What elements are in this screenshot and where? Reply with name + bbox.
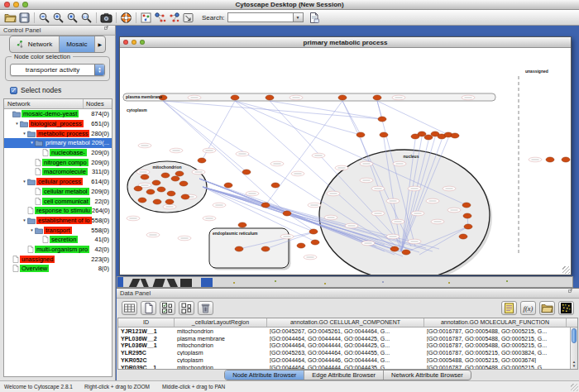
- network-node[interactable]: [266, 95, 274, 100]
- window-resize-grip[interactable]: [571, 384, 578, 391]
- network-node[interactable]: [283, 211, 291, 216]
- table-row[interactable]: YJR121W__1mitochondrion[GO:0045267, GO:0…: [118, 327, 577, 335]
- search-options-icon[interactable]: [307, 11, 321, 24]
- matrix-icon[interactable]: [558, 301, 574, 315]
- network-node[interactable]: [167, 191, 175, 196]
- import-folder-icon[interactable]: [539, 301, 555, 315]
- close-button[interactable]: [4, 2, 10, 7]
- network-node[interactable]: [198, 158, 206, 163]
- select-nodes-checkbox[interactable]: ✓: [10, 87, 17, 94]
- table-row[interactable]: YLR295Ccytoplasm[GO:0045263, GO:0044464,…: [118, 349, 577, 356]
- delete-attribute-icon[interactable]: [198, 301, 213, 315]
- network-node[interactable]: [459, 234, 467, 239]
- network-node[interactable]: [231, 95, 239, 100]
- network-node[interactable]: [261, 203, 270, 208]
- resize-grip[interactable]: [562, 266, 570, 274]
- network-node[interactable]: [373, 95, 381, 100]
- tree-row[interactable]: ▼primary metabol209(...: [4, 138, 112, 148]
- disclosure-triangle[interactable]: ▼: [29, 141, 35, 145]
- network-node[interactable]: [152, 180, 160, 185]
- column-header[interactable]: _cellularLayoutRegion: [175, 318, 267, 327]
- network-node[interactable]: [157, 187, 165, 192]
- zoom-out-icon[interactable]: [37, 11, 51, 24]
- network-node[interactable]: [153, 199, 161, 204]
- notes-icon[interactable]: [501, 301, 517, 315]
- close-icon[interactable]: [123, 40, 128, 45]
- node-color-dropdown[interactable]: transporter activity ▲▼: [10, 64, 105, 76]
- maximize-icon[interactable]: [140, 40, 145, 45]
- help-icon[interactable]: [119, 11, 133, 24]
- tree-row[interactable]: nucleobase-209(0): [4, 148, 112, 158]
- table-row[interactable]: YKR052Ccytoplasm[GO:0044464, GO:0044446,…: [118, 356, 577, 364]
- tree-row[interactable]: mosaic-demo-yeast874(0): [4, 109, 112, 119]
- network-node[interactable]: [165, 199, 174, 204]
- network-node[interactable]: [138, 198, 146, 203]
- tab-network[interactable]: Network: [10, 36, 60, 52]
- tree-row[interactable]: cellular metabol209(0): [4, 187, 112, 197]
- network-window-titlebar[interactable]: primary metabolic process: [120, 37, 571, 48]
- column-header[interactable]: annotation.GO CELLULAR_COMPONENT: [267, 318, 424, 327]
- network-node[interactable]: [146, 189, 155, 194]
- network-node[interactable]: [181, 194, 189, 199]
- tree-row[interactable]: response to stimulu264(0): [4, 206, 112, 216]
- tree-row[interactable]: Overview8(0): [4, 264, 112, 274]
- network-node[interactable]: [562, 157, 570, 162]
- network-node[interactable]: [224, 183, 232, 188]
- float-panel-icon[interactable]: [568, 289, 576, 298]
- network-node[interactable]: [175, 171, 184, 176]
- table-scrollbar[interactable]: ▲▼: [570, 327, 577, 369]
- zoom-button[interactable]: [22, 2, 28, 7]
- zoom-selected-icon[interactable]: [65, 11, 79, 24]
- network-node[interactable]: [171, 176, 179, 181]
- network-canvas[interactable]: plasma membranecytoplasmmitochondrionnuc…: [120, 48, 571, 275]
- tree-row[interactable]: ▼cellular process614(0): [4, 177, 112, 187]
- network-node[interactable]: [235, 246, 243, 251]
- tree-row[interactable]: secretion41(0): [4, 235, 112, 245]
- open-icon[interactable]: [3, 11, 17, 24]
- network-node[interactable]: [242, 170, 251, 174]
- network-node[interactable]: [380, 132, 388, 137]
- network-node[interactable]: [546, 157, 554, 162]
- network-node[interactable]: [356, 132, 365, 137]
- network-node[interactable]: [271, 183, 280, 188]
- network-node[interactable]: [179, 181, 188, 186]
- tab-edge-attribute-browser[interactable]: Edge Attribute Browser: [304, 370, 384, 380]
- tree-row[interactable]: multi-organism pro42(0): [4, 245, 112, 255]
- network-node[interactable]: [261, 246, 270, 251]
- tree-row[interactable]: ▼metabolic process280(0): [4, 128, 112, 138]
- network-node[interactable]: [311, 240, 319, 245]
- zoom-fit-icon[interactable]: 1:1: [79, 11, 93, 24]
- minimize-icon[interactable]: [132, 40, 136, 45]
- tree-col-nodes[interactable]: Nodes: [84, 99, 112, 108]
- network-node[interactable]: [390, 246, 399, 251]
- network-node[interactable]: [378, 117, 386, 122]
- tab-overflow-arrow[interactable]: ▶: [95, 36, 106, 52]
- doc-icon[interactable]: [141, 301, 156, 315]
- minimize-button[interactable]: [13, 2, 19, 7]
- network-node[interactable]: [161, 173, 170, 178]
- network-node[interactable]: [462, 203, 471, 208]
- function-icon[interactable]: f(x): [520, 301, 536, 315]
- column-header[interactable]: annotation.GO MOLECULAR_FUNCTION: [424, 318, 567, 327]
- layout-b-icon[interactable]: [167, 11, 181, 24]
- overview-icon[interactable]: [139, 11, 153, 24]
- float-panel-icon[interactable]: [104, 26, 112, 35]
- search-dropdown-button[interactable]: ▼: [294, 12, 304, 22]
- network-node[interactable]: [309, 229, 318, 234]
- network-node[interactable]: [297, 243, 305, 248]
- unselect-attributes-icon[interactable]: [179, 301, 194, 315]
- disclosure-triangle[interactable]: ▼: [29, 228, 35, 232]
- tree-col-network[interactable]: Network: [4, 99, 84, 108]
- column-header[interactable]: ID: [118, 318, 175, 327]
- annotation-icon[interactable]: [181, 11, 195, 24]
- search-input[interactable]: [227, 12, 294, 22]
- network-view-window[interactable]: primary metabolic process plasma membran…: [119, 36, 572, 275]
- tab-node-attribute-browser[interactable]: Node Attribute Browser: [225, 370, 304, 380]
- disclosure-triangle[interactable]: ▼: [22, 218, 27, 222]
- network-node[interactable]: [463, 213, 471, 218]
- tree-row[interactable]: ▼biological_process651(0): [4, 119, 112, 129]
- tree-row[interactable]: ▼establishment of lo558(0): [4, 216, 112, 226]
- scrollbar-arrows[interactable]: ▲▼: [571, 361, 577, 368]
- network-node[interactable]: [238, 222, 246, 227]
- tab-mosaic[interactable]: Mosaic: [60, 36, 94, 52]
